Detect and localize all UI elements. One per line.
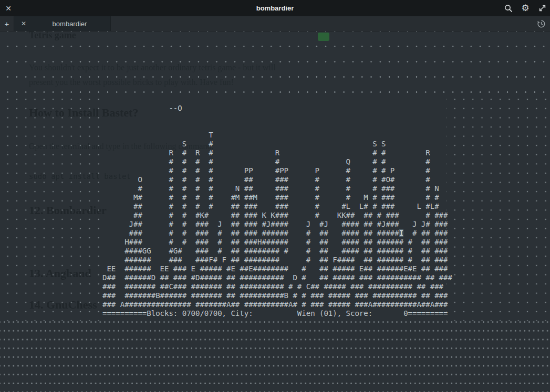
gear-glyph: ⚙ (521, 3, 529, 14)
ghost-heading-gnuchess: 14. GnuChess (29, 298, 97, 312)
dot-pattern-bottom (0, 321, 550, 392)
tab-close-icon[interactable]: ✕ (19, 20, 28, 27)
history-icon[interactable] (537, 16, 546, 31)
dot-pattern-right (446, 99, 550, 321)
window-title: bombardier (0, 4, 550, 12)
ghost-heading-angband: 13. Angband (29, 267, 91, 280)
ghost-green-icon (318, 33, 329, 41)
gear-icon[interactable]: ⚙ (521, 4, 530, 13)
terminal-screen[interactable]: Tetris game You shouldn't expect it to b… (0, 31, 550, 392)
ghost-heading-tetris: Tetris game (29, 31, 76, 41)
tilix-window: ✕ bombardier ⚙ + ✕ (0, 0, 550, 392)
ascii-art: --O T S # S S R # R # R # # R # # # # (102, 104, 452, 318)
new-tab-button[interactable]: + (0, 16, 14, 31)
tab-bombardier[interactable]: ✕ bombardier (14, 16, 111, 31)
titlebar: ✕ bombardier ⚙ (0, 0, 550, 16)
search-icon[interactable] (504, 4, 513, 13)
tab-label: bombardier (34, 20, 105, 28)
ghost-paragraph-2: present you the worst possible bricks to… (29, 78, 234, 87)
ghost-paragraph-1: You shouldn't expect it to be just anoth… (29, 63, 276, 72)
tabbar: + ✕ bombardier (0, 16, 550, 31)
ghost-heading-bombardier: 12. Bombardier (29, 204, 107, 217)
expand-icon[interactable] (537, 4, 547, 13)
